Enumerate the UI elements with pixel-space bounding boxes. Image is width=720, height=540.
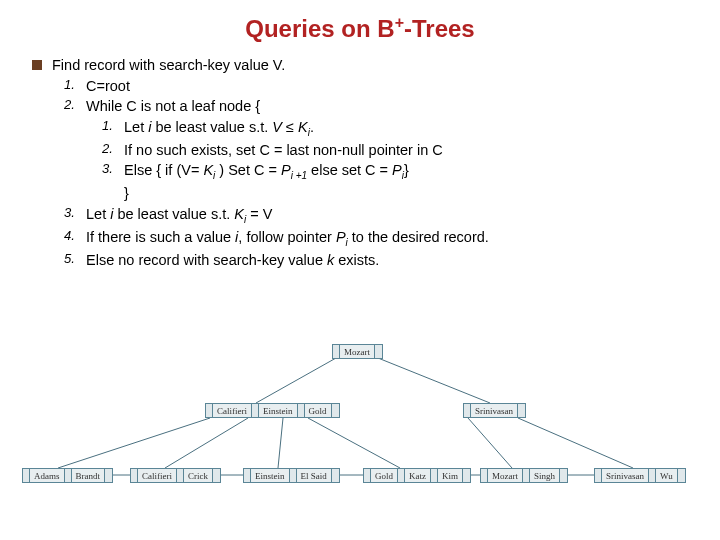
substep-1: 1. Let i be least value s.t. V ≤ Ki. [32, 117, 702, 140]
svg-line-4 [278, 418, 283, 468]
txt: , follow pointer [238, 229, 336, 245]
txt: = V [246, 206, 272, 222]
title-prefix: Queries on B [245, 15, 394, 42]
pointer-cell [463, 469, 470, 482]
btree-node: EinsteinEl Said [243, 468, 340, 483]
step-text: Let i be least value s.t. Ki = V [86, 204, 272, 227]
key-cell: Gold [371, 469, 398, 482]
bullet-icon [32, 60, 42, 70]
tree-edges [0, 330, 720, 530]
txt: be least value s.t. [113, 206, 234, 222]
txt: . [310, 119, 314, 135]
svg-line-1 [378, 358, 490, 403]
key-cell: Califieri [138, 469, 177, 482]
pointer-cell [523, 469, 530, 482]
var: P [392, 162, 402, 178]
pointer-cell [65, 469, 72, 482]
btree-node: GoldKatzKim [363, 468, 471, 483]
pointer-cell [678, 469, 685, 482]
intro-text: Find record with search-key value V. [52, 55, 285, 76]
btree-node: Srinivasan [463, 403, 526, 418]
svg-line-2 [58, 418, 210, 468]
key-cell: Gold [305, 404, 332, 417]
pointer-cell [332, 404, 339, 417]
pointer-cell [290, 469, 297, 482]
pointer-cell [298, 404, 305, 417]
key-cell: Einstein [259, 404, 298, 417]
txt: to the desired record. [348, 229, 489, 245]
step-3: 3. Let i be least value s.t. Ki = V [32, 204, 702, 227]
txt: Let [86, 206, 110, 222]
slide-body: Find record with search-key value V. 1. … [0, 43, 720, 271]
txt: } [404, 162, 409, 178]
pointer-cell [206, 404, 213, 417]
step-text: Else no record with search-key value k e… [86, 250, 379, 271]
step-2: 2. While C is not a leaf node { [32, 96, 702, 117]
key-cell: Mozart [340, 345, 375, 358]
pointer-cell [481, 469, 488, 482]
svg-line-0 [256, 358, 336, 403]
svg-line-5 [308, 418, 400, 468]
pointer-cell [375, 345, 382, 358]
svg-line-3 [165, 418, 248, 468]
step-number: 5. [64, 250, 86, 271]
step-number: 1. [102, 117, 124, 140]
txt: else set C = [307, 162, 392, 178]
step-text: If no such exists, set C = last non-null… [124, 140, 443, 161]
pointer-cell [649, 469, 656, 482]
pointer-cell [332, 469, 339, 482]
key-cell: Katz [405, 469, 431, 482]
step-text: Else { if (V= Ki ) Set C = Pi +1 else se… [124, 160, 409, 183]
txt: If there is such a value [86, 229, 235, 245]
key-cell: Mozart [488, 469, 523, 482]
btree-node: SrinivasanWu [594, 468, 686, 483]
key-cell: Crick [184, 469, 213, 482]
btree-node: CalifieriCrick [130, 468, 221, 483]
step-text: C=root [86, 76, 130, 97]
pointer-cell [364, 469, 371, 482]
key-cell: Einstein [251, 469, 290, 482]
pointer-cell [244, 469, 251, 482]
step-text: While C is not a leaf node { [86, 96, 260, 117]
step-number: 2. [102, 140, 124, 161]
step-number: 1. [64, 76, 86, 97]
txt: exists. [334, 252, 379, 268]
step-number [102, 183, 124, 204]
pointer-cell [177, 469, 184, 482]
step-4: 4. If there is such a value i, follow po… [32, 227, 702, 250]
pointer-cell [131, 469, 138, 482]
btree-diagram: Mozart CalifieriEinsteinGoldSrinivasan A… [0, 330, 720, 530]
step-number: 3. [64, 204, 86, 227]
txt: Let [124, 119, 148, 135]
txt: V ≤ K [272, 119, 307, 135]
pointer-cell [431, 469, 438, 482]
svg-line-7 [518, 418, 633, 468]
txt: Else no record with search-key value [86, 252, 327, 268]
key-cell: Califieri [213, 404, 252, 417]
pointer-cell [213, 469, 220, 482]
substep-3: 3. Else { if (V= Ki ) Set C = Pi +1 else… [32, 160, 702, 183]
step-number: 3. [102, 160, 124, 183]
slide-title: Queries on B+-Trees [0, 0, 720, 43]
step-number: 2. [64, 96, 86, 117]
key-cell: Brandt [72, 469, 106, 482]
key-cell: Srinivasan [602, 469, 649, 482]
key-cell: Wu [656, 469, 678, 482]
step-number: 4. [64, 227, 86, 250]
txt: ) Set C = [215, 162, 281, 178]
pointer-cell [23, 469, 30, 482]
key-cell: Srinivasan [471, 404, 518, 417]
txt: be least value s.t. [151, 119, 272, 135]
intro-line: Find record with search-key value V. [32, 55, 702, 76]
substep-2: 2. If no such exists, set C = last non-n… [32, 140, 702, 161]
step-1: 1. C=root [32, 76, 702, 97]
subscript: i +1 [291, 170, 307, 181]
pointer-cell [105, 469, 112, 482]
step-5: 5. Else no record with search-key value … [32, 250, 702, 271]
step-text: } [124, 183, 129, 204]
svg-line-6 [468, 418, 512, 468]
pointer-cell [518, 404, 525, 417]
pointer-cell [595, 469, 602, 482]
key-cell: El Said [297, 469, 332, 482]
pointer-cell [398, 469, 405, 482]
